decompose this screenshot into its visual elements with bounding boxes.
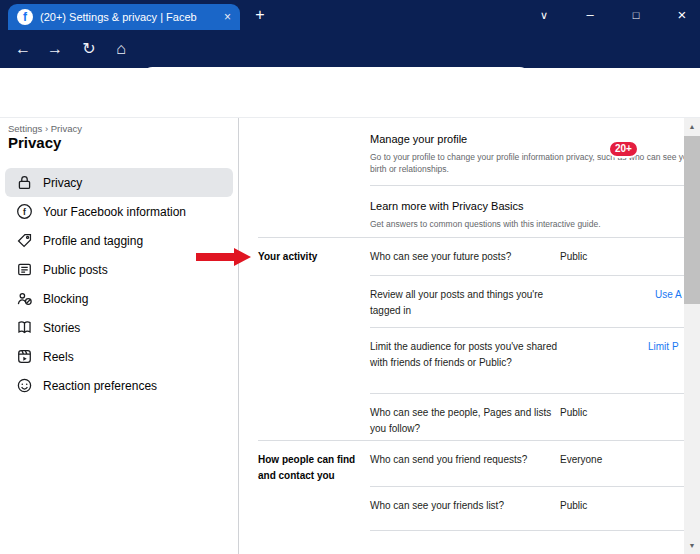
section-divider xyxy=(258,440,684,441)
vertical-scrollbar[interactable]: ▲ ▼ xyxy=(684,118,700,554)
window-close-button[interactable]: × xyxy=(660,0,700,30)
divider xyxy=(370,530,684,531)
setting-question: Who can see your future posts? xyxy=(370,249,560,265)
sidebar-item-blocking[interactable]: Blocking xyxy=(5,284,233,313)
sidebar-item-label: Reaction preferences xyxy=(43,379,157,393)
setting-question: Who can see the people, Pages and lists … xyxy=(370,405,560,437)
book-icon xyxy=(15,319,33,337)
back-button[interactable]: ← xyxy=(10,30,36,68)
setting-question: Who can see your friends list? xyxy=(370,498,560,514)
section-divider xyxy=(258,237,684,238)
sidebar-item-reaction-preferences[interactable]: Reaction preferences xyxy=(5,371,233,400)
tab-close-icon[interactable]: × xyxy=(224,11,231,23)
divider xyxy=(370,275,684,276)
newspaper-icon xyxy=(15,261,33,279)
svg-text:f: f xyxy=(23,207,26,217)
page-title: Privacy xyxy=(8,134,61,151)
tab-search-chevron-icon[interactable]: ∨ xyxy=(522,0,566,30)
sidebar-item-privacy[interactable]: Privacy xyxy=(5,168,233,197)
section-label-find-contact: How people can find and contact you xyxy=(258,452,363,484)
divider xyxy=(370,327,684,328)
settings-content: Manage your profile Go to your profile t… xyxy=(239,118,684,554)
setting-question: Who can send you friend requests? xyxy=(370,452,560,468)
sidebar-item-label: Your Facebook information xyxy=(43,205,186,219)
tab-title: (20+) Settings & privacy | Faceb xyxy=(40,11,217,23)
sidebar-item-reels[interactable]: Reels xyxy=(5,342,233,371)
privacy-basics-row[interactable]: Learn more with Privacy Basics Get answe… xyxy=(370,200,684,230)
limit-past-posts-link[interactable]: Limit P xyxy=(648,339,679,355)
person-block-icon xyxy=(15,290,33,308)
manage-profile-desc-line2: birth or relationships. xyxy=(370,163,684,175)
facebook-favicon-icon: f xyxy=(17,9,33,25)
section-label-your-activity: Your activity xyxy=(258,249,366,265)
sidebar-item-label: Privacy xyxy=(43,176,82,190)
setting-question: Limit the audience for posts you've shar… xyxy=(370,339,560,371)
sidebar-item-label: Public posts xyxy=(43,263,108,277)
notification-badge: 20+ xyxy=(608,140,639,158)
browser-titlebar: f (20+) Settings & privacy | Faceb × + ∨… xyxy=(0,0,700,30)
annotation-arrow-head xyxy=(234,248,251,266)
sidebar-item-your-facebook-information[interactable]: f Your Facebook information xyxy=(5,197,233,226)
privacy-basics-title: Learn more with Privacy Basics xyxy=(370,200,684,212)
new-tab-button[interactable]: + xyxy=(250,6,270,24)
setting-question: Review all your posts and things you're … xyxy=(370,287,560,319)
scroll-down-arrow[interactable]: ▼ xyxy=(684,537,700,554)
sidebar-item-label: Blocking xyxy=(43,292,88,306)
setting-value: Public xyxy=(560,498,587,514)
lock-icon xyxy=(15,174,33,192)
annotation-arrow-tail xyxy=(196,253,234,261)
browser-toolbar: ← → ↻ ⌂ https://www.facebook.com/setting… xyxy=(0,30,700,68)
forward-button[interactable]: → xyxy=(42,30,68,68)
setting-value: Public xyxy=(560,405,587,421)
annotation-arrow xyxy=(196,248,252,266)
smiley-icon xyxy=(15,377,33,395)
sidebar-item-label: Profile and tagging xyxy=(43,234,143,248)
setting-row-future-posts[interactable]: Who can see your future posts? Public xyxy=(370,249,684,275)
setting-row-friend-requests[interactable]: Who can send you friend requests? Everyo… xyxy=(370,452,684,478)
use-activity-log-link[interactable]: Use A xyxy=(655,287,682,303)
sidebar-nav: Privacy f Your Facebook information Prof… xyxy=(0,168,238,400)
sidebar-item-label: Stories xyxy=(43,321,80,335)
sidebar-item-label: Reels xyxy=(43,350,74,364)
divider xyxy=(370,393,684,394)
divider xyxy=(370,185,684,186)
sidebar-item-stories[interactable]: Stories xyxy=(5,313,233,342)
tag-icon xyxy=(15,232,33,250)
setting-row-follow[interactable]: Who can see the people, Pages and lists … xyxy=(370,405,684,440)
browser-tab[interactable]: f (20+) Settings & privacy | Faceb × xyxy=(8,4,240,30)
scrollbar-thumb[interactable] xyxy=(684,136,700,304)
setting-row-friends-list[interactable]: Who can see your friends list? Public xyxy=(370,498,684,524)
maximize-button[interactable]: □ xyxy=(614,0,658,30)
privacy-basics-desc: Get answers to common questions with thi… xyxy=(370,218,684,230)
setting-value: Public xyxy=(560,249,587,265)
browser-window: f (20+) Settings & privacy | Faceb × + ∨… xyxy=(0,0,700,554)
setting-value: Everyone xyxy=(560,452,602,468)
reload-button[interactable]: ↻ xyxy=(76,30,102,68)
setting-row-activity-log[interactable]: Review all your posts and things you're … xyxy=(370,287,684,327)
settings-sidebar: Settings › Privacy Privacy Privacy f You… xyxy=(0,118,238,554)
minimize-button[interactable]: – xyxy=(568,0,612,30)
setting-row-limit-past-posts[interactable]: Limit the audience for posts you've shar… xyxy=(370,339,684,393)
reel-icon xyxy=(15,348,33,366)
browser-home-button[interactable]: ⌂ xyxy=(108,30,134,68)
breadcrumb[interactable]: Settings › Privacy xyxy=(8,123,82,134)
facebook-circle-icon: f xyxy=(15,203,33,221)
divider xyxy=(370,486,684,487)
scroll-up-arrow[interactable]: ▲ xyxy=(684,118,700,135)
facebook-header: f + 20+ xyxy=(0,68,700,118)
